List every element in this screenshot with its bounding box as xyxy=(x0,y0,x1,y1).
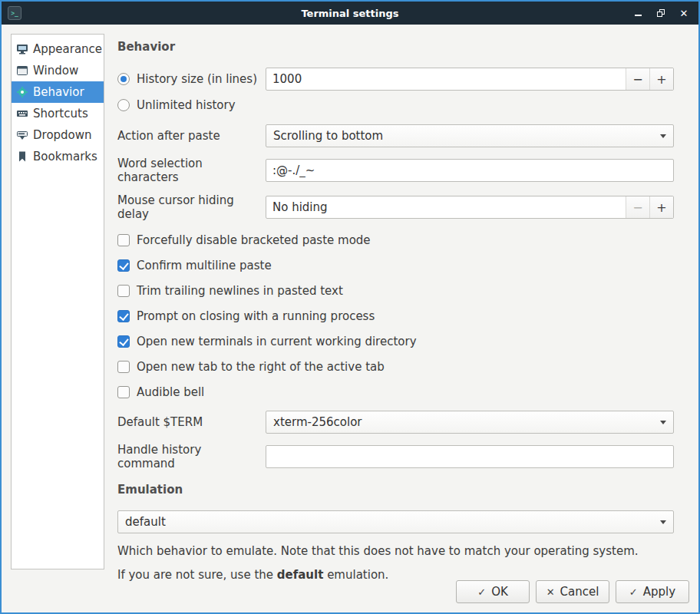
unlimited-history-label: Unlimited history xyxy=(137,98,236,112)
word-selection-label: Word selection characters xyxy=(117,157,266,184)
default-term-label: Default $TERM xyxy=(117,415,266,429)
cancel-button[interactable]: ✕ Cancel xyxy=(536,580,609,603)
sidebar-item-shortcuts[interactable]: Shortcuts xyxy=(12,103,104,124)
unlimited-history-radio[interactable] xyxy=(117,99,130,111)
check-icon: ✓ xyxy=(629,586,638,598)
close-button[interactable]: ✕ xyxy=(679,8,689,18)
emulation-value: default xyxy=(125,515,166,529)
history-size-plus-button[interactable]: + xyxy=(649,68,673,90)
sidebar-item-label: Shortcuts xyxy=(33,107,88,120)
dropdown-icon xyxy=(16,129,28,141)
dialog-footer: ✓ OK ✕ Cancel ✓ Apply xyxy=(2,576,698,612)
checkbox-label: Confirm multiline paste xyxy=(137,259,272,272)
mouse-delay-input[interactable] xyxy=(266,196,626,218)
check-icon: ✓ xyxy=(477,586,486,598)
checkbox-row-tab-right[interactable]: Open new tab to the right of the active … xyxy=(117,360,674,374)
sidebar-item-label: Window xyxy=(33,64,78,78)
apply-button[interactable]: ✓ Apply xyxy=(616,580,689,603)
emulation-select[interactable]: default xyxy=(117,510,674,533)
restore-button[interactable] xyxy=(655,8,666,18)
emulation-section-title: Emulation xyxy=(117,483,674,497)
history-size-option[interactable]: History size (in lines) xyxy=(117,72,259,86)
mouse-delay-minus-button[interactable]: − xyxy=(626,196,649,218)
keyboard-icon xyxy=(16,107,28,120)
mouse-delay-label: Mouse cursor hiding delay xyxy=(117,193,266,221)
handle-history-input[interactable] xyxy=(266,445,674,468)
sidebar-item-label: Bookmarks xyxy=(33,150,97,163)
emulation-help-line1: Which behavior to emulate. Note that thi… xyxy=(117,544,674,558)
history-size-label: History size (in lines) xyxy=(137,72,257,86)
sidebar-item-window[interactable]: Window xyxy=(12,60,104,81)
trim-newlines-checkbox[interactable] xyxy=(117,285,130,297)
sidebar-item-label: Behavior xyxy=(33,85,84,99)
checkbox-row-audible-bell[interactable]: Audible bell xyxy=(117,385,674,399)
behavior-settings-panel: Behavior History size (in lines) − + xyxy=(104,34,689,569)
chevron-down-icon xyxy=(660,134,666,138)
sidebar-item-behavior[interactable]: Behavior xyxy=(12,81,104,103)
bracketed-paste-checkbox[interactable] xyxy=(117,234,130,246)
close-icon: ✕ xyxy=(680,8,688,18)
chevron-down-icon xyxy=(660,421,666,424)
history-size-radio[interactable] xyxy=(117,73,130,85)
tab-right-checkbox[interactable] xyxy=(117,361,130,373)
checkbox-row-open-cwd[interactable]: Open new terminals in current working di… xyxy=(117,335,674,348)
checkbox-row-confirm-multiline[interactable]: Confirm multiline paste xyxy=(117,259,674,272)
appearance-icon xyxy=(16,43,28,55)
titlebar[interactable]: >_ Terminal settings ✕ xyxy=(2,2,698,25)
restore-icon xyxy=(657,9,665,17)
window-title: Terminal settings xyxy=(2,8,698,19)
history-size-input[interactable] xyxy=(266,68,626,90)
checkbox-label: Forcefully disable bracketed paste mode xyxy=(137,233,371,247)
ok-button[interactable]: ✓ OK xyxy=(456,580,530,603)
sidebar-item-bookmarks[interactable]: Bookmarks xyxy=(12,146,104,167)
checkbox-label: Open new tab to the right of the active … xyxy=(137,360,385,374)
terminal-app-icon: >_ xyxy=(8,6,21,20)
checkbox-row-bracketed-paste[interactable]: Forcefully disable bracketed paste mode xyxy=(117,233,674,247)
history-size-spinbox: − + xyxy=(266,68,674,91)
action-after-paste-label: Action after paste xyxy=(117,129,266,143)
checkbox-label: Open new terminals in current working di… xyxy=(137,335,417,348)
audible-bell-checkbox[interactable] xyxy=(117,386,130,398)
mouse-delay-spinbox: − + xyxy=(266,196,674,219)
default-term-select[interactable]: xterm-256color xyxy=(266,411,674,434)
checkbox-label: Trim trailing newlines in pasted text xyxy=(137,284,343,298)
action-after-paste-select[interactable]: Scrolling to bottom xyxy=(266,124,674,147)
sidebar-item-appearance[interactable]: Appearance xyxy=(12,38,104,60)
prompt-closing-checkbox[interactable] xyxy=(117,310,130,322)
checkbox-row-trim-newlines[interactable]: Trim trailing newlines in pasted text xyxy=(117,284,674,298)
sidebar-item-label: Dropdown xyxy=(33,128,92,142)
bookmark-icon xyxy=(16,150,28,163)
behavior-section-title: Behavior xyxy=(117,40,674,54)
confirm-multiline-checkbox[interactable] xyxy=(117,259,130,272)
chevron-down-icon xyxy=(660,520,666,524)
word-selection-input[interactable] xyxy=(266,159,674,182)
checkbox-label: Prompt on closing with a running process xyxy=(137,309,375,323)
checkbox-label: Audible bell xyxy=(137,385,204,399)
sidebar-item-dropdown[interactable]: Dropdown xyxy=(12,124,104,146)
default-term-value: xterm-256color xyxy=(273,415,362,429)
cross-icon: ✕ xyxy=(546,586,555,598)
unlimited-history-option[interactable]: Unlimited history xyxy=(117,98,674,112)
window-icon xyxy=(16,64,28,77)
settings-sidebar: Appearance Window Behavior Shortcuts xyxy=(11,34,104,569)
terminal-settings-window: >_ Terminal settings ✕ Appearance W xyxy=(0,0,700,614)
action-after-paste-value: Scrolling to bottom xyxy=(273,129,383,143)
behavior-icon xyxy=(16,86,28,98)
minimize-icon xyxy=(635,15,642,16)
history-size-minus-button[interactable]: − xyxy=(626,68,649,90)
checkbox-row-prompt-closing[interactable]: Prompt on closing with a running process xyxy=(117,309,674,323)
mouse-delay-plus-button[interactable]: + xyxy=(649,196,673,218)
minimize-button[interactable] xyxy=(632,8,643,18)
open-cwd-checkbox[interactable] xyxy=(117,335,130,348)
handle-history-label: Handle history command xyxy=(117,443,266,470)
sidebar-item-label: Appearance xyxy=(33,42,102,56)
